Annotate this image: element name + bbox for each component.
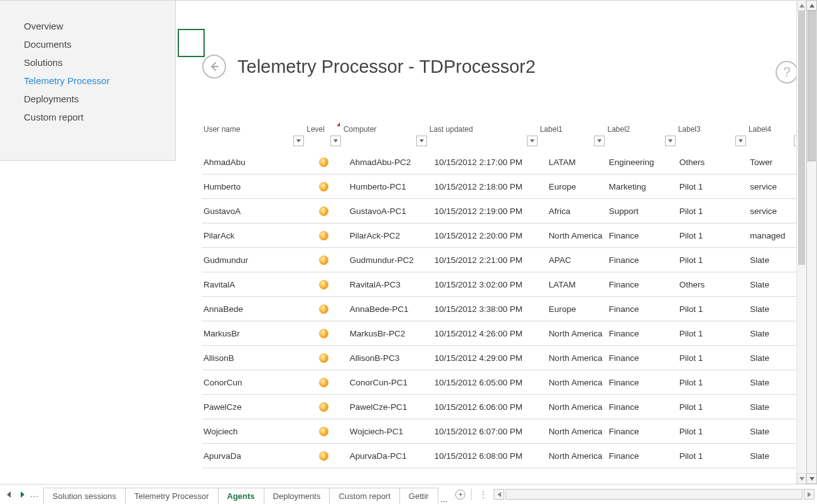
cell-label3: Pilot 1	[677, 255, 747, 265]
sheet-scroll-track[interactable]	[797, 11, 806, 473]
filter-button-l3[interactable]	[735, 136, 746, 146]
caret-down-icon	[597, 139, 602, 142]
cell-user: AhmadAbu	[202, 158, 305, 167]
cell-computer: AnnaBede-PC1	[342, 304, 428, 314]
window-vertical-scrollbar[interactable]	[806, 0, 817, 484]
sidebar-item-solutions[interactable]: Solutions	[0, 53, 175, 72]
sidebar-item-telemetry-processor[interactable]: Telemetry Processor	[0, 72, 175, 90]
caret-down-icon	[809, 477, 814, 481]
table-row[interactable]: ApurvaDa!ApurvaDa-PC110/15/2012 6:08:00 …	[202, 444, 806, 468]
warning-icon: !	[319, 158, 328, 167]
table-row[interactable]: MarkusBr!MarkusBr-PC210/15/2012 4:26:00 …	[202, 321, 806, 346]
sidebar-item-documents[interactable]: Documents	[0, 35, 175, 53]
sidebar-item-overview[interactable]: Overview	[0, 17, 175, 35]
scroll-up-button[interactable]	[806, 0, 817, 11]
scroll-thumb[interactable]	[808, 11, 816, 161]
table-row[interactable]: Humberto!Humberto-PC110/15/2012 2:18:00 …	[202, 174, 806, 199]
cell-user: ConorCun	[202, 378, 305, 387]
cell-user: PilarAck	[202, 231, 305, 240]
filter-button-l2[interactable]	[665, 136, 676, 146]
cell-user: MarkusBr	[202, 329, 305, 338]
table-row[interactable]: Gudmundur!Gudmundur-PC210/15/2012 2:21:0…	[202, 248, 806, 272]
table-row[interactable]: PawelCze!PawelCze-PC110/15/2012 6:06:00 …	[202, 395, 806, 419]
cell-label3: Others	[677, 280, 747, 289]
cell-label2: Marketing	[606, 182, 676, 191]
hscroll-right-button[interactable]	[804, 489, 814, 500]
filter-button-level[interactable]	[330, 136, 341, 146]
svg-marker-12	[799, 477, 804, 481]
column-header-l1: Label1	[539, 122, 607, 147]
table-row[interactable]: RavitalA!RavitalA-PC310/15/2012 3:02:00 …	[202, 272, 806, 297]
sheet-tab-telemetry-processor[interactable]: Telemetry Processor	[125, 488, 218, 504]
table-row[interactable]: GustavoA!GustavoA-PC110/15/2012 2:19:00 …	[202, 199, 806, 223]
table-row[interactable]: AhmadAbu!AhmadAbu-PC210/15/2012 2:17:00 …	[202, 150, 806, 174]
caret-left-icon	[497, 492, 501, 497]
sheet-tab-gettir[interactable]: Gettir	[399, 488, 438, 504]
sheet-tab-custom-report[interactable]: Custom report	[329, 488, 399, 504]
cell-user: Gudmundur	[202, 255, 305, 265]
warning-icon: !	[319, 329, 328, 338]
cell-level: !	[305, 255, 342, 265]
cell-label1: North America	[539, 329, 607, 338]
cell-label2: Finance	[606, 255, 676, 265]
filter-button-computer[interactable]	[416, 136, 427, 146]
tab-nav-prev[interactable]	[5, 490, 14, 499]
tab-nav-more[interactable]: ...	[30, 490, 39, 499]
cell-label1: APAC	[539, 255, 607, 265]
filter-button-l1[interactable]	[594, 136, 605, 146]
cell-last-updated: 10/15/2012 6:07:00 PM	[428, 427, 539, 436]
column-label: Label4	[749, 125, 771, 134]
cell-label1: North America	[539, 451, 607, 461]
hscroll-thumb[interactable]	[506, 490, 802, 498]
scroll-track[interactable]	[806, 11, 817, 473]
cell-level: !	[305, 158, 342, 167]
back-button[interactable]	[202, 55, 226, 78]
help-button[interactable]: ?	[776, 61, 798, 83]
caret-up-icon	[809, 4, 814, 8]
warning-icon: !	[319, 231, 328, 240]
new-sheet-button[interactable]: +	[453, 485, 467, 504]
sheet-tab-agents[interactable]: Agents	[218, 488, 264, 504]
filter-button-last[interactable]	[527, 136, 538, 146]
column-header-computer: Computer	[342, 122, 428, 147]
sheet-scroll-up-button[interactable]	[797, 0, 806, 11]
tab-nav-next[interactable]	[18, 490, 26, 499]
cell-label1: North America	[539, 402, 607, 412]
warning-icon: !	[319, 255, 328, 265]
cell-label1: Europe	[539, 182, 607, 191]
horizontal-scrollbar[interactable]	[491, 485, 817, 504]
table-row[interactable]: AllisonB!AllisonB-PC310/15/2012 4:29:00 …	[202, 346, 806, 370]
table-row[interactable]: ConorCun!ConorCun-PC110/15/2012 6:05:00 …	[202, 370, 806, 395]
cell-user: Humberto	[202, 182, 305, 191]
hscroll-left-button[interactable]	[494, 489, 504, 500]
sheet-vertical-scrollbar[interactable]	[796, 0, 806, 484]
column-label: Label3	[678, 125, 701, 134]
cell-level: !	[305, 378, 342, 387]
table-row[interactable]: PilarAck!PilarAck-PC210/15/2012 2:20:00 …	[202, 223, 806, 248]
cell-label3: Pilot 1	[677, 231, 747, 240]
cell-last-updated: 10/15/2012 4:29:00 PM	[428, 353, 539, 363]
tab-overflow-ellipsis[interactable]: ...	[438, 495, 450, 504]
cell-computer: MarkusBr-PC2	[342, 329, 428, 338]
scroll-down-button[interactable]	[806, 473, 817, 484]
filter-button-user[interactable]	[293, 136, 304, 146]
warning-icon: !	[319, 182, 328, 191]
sidebar-item-deployments[interactable]: Deployments	[0, 90, 175, 108]
cell-computer: ApurvaDa-PC1	[342, 451, 428, 461]
svg-marker-15	[497, 492, 501, 497]
sheet-tab-deployments[interactable]: Deployments	[264, 488, 330, 504]
sheet-tab-solution-sessions[interactable]: Solution sessions	[43, 488, 126, 504]
caret-left-icon	[7, 491, 12, 498]
tab-drag-handle[interactable]: ⋮	[475, 485, 491, 504]
table-row[interactable]: AnnaBede!AnnaBede-PC110/15/2012 3:38:00 …	[202, 297, 806, 321]
sidebar-item-custom-report[interactable]: Custom report	[0, 108, 175, 126]
sheet-tab-bar: ... Solution sessionsTelemetry Processor…	[0, 484, 817, 504]
table-row[interactable]: Wojciech!Wojciech-PC110/15/2012 6:07:00 …	[202, 419, 806, 444]
hscroll-track[interactable]	[506, 489, 803, 500]
sheet-scroll-thumb[interactable]	[798, 11, 805, 265]
cell-label2: Finance	[606, 329, 676, 338]
cell-user: ApurvaDa	[202, 451, 305, 461]
caret-down-icon	[419, 139, 424, 142]
cell-label2: Finance	[606, 451, 676, 461]
sheet-scroll-down-button[interactable]	[797, 473, 806, 484]
